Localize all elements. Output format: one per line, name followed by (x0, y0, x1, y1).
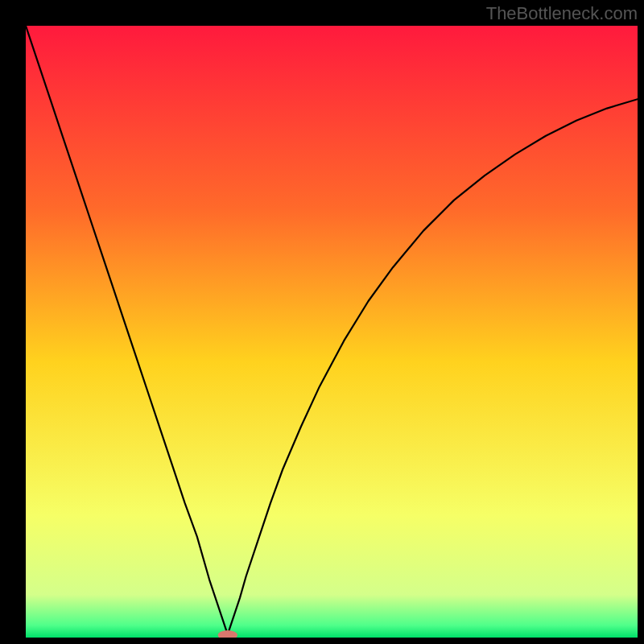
plot-area (26, 26, 638, 638)
watermark-text: TheBottleneck.com (486, 3, 638, 24)
chart-frame: TheBottleneck.com (0, 0, 644, 644)
gradient-background (26, 26, 638, 638)
chart-svg (26, 26, 638, 638)
